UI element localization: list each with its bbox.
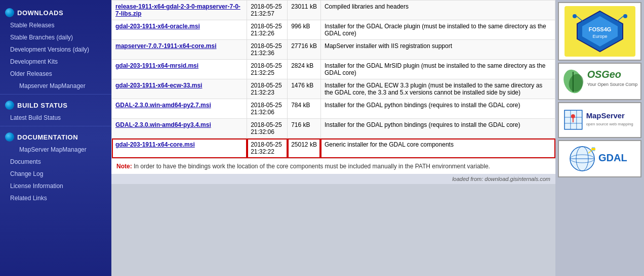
sidebar-item-related-links[interactable]: Related Links: [0, 192, 111, 204]
documents-link[interactable]: Documents: [10, 158, 41, 165]
sidebar: DOWNLOADS Stable Releases Stable Branche…: [0, 0, 111, 276]
mapmanager-globe-icon: [10, 82, 17, 89]
table-cell-size: 27716 kB: [288, 40, 321, 60]
filename-link[interactable]: gdal-203-1911-x64-oracle.msi: [115, 23, 200, 30]
table-cell-size: 2824 kB: [288, 60, 321, 79]
build-globe-icon: [5, 101, 14, 110]
sidebar-item-older-releases[interactable]: Older Releases: [0, 68, 111, 80]
license-link[interactable]: License Information: [10, 182, 63, 190]
table-body: release-1911-x64-gdal-2-3-0-mapserver-7-…: [112, 1, 555, 158]
svg-text:FOSS4G: FOSS4G: [588, 26, 611, 32]
table-cell-description: Installer for the GDAL python bindings (…: [320, 119, 555, 139]
sidebar-item-dev-kits[interactable]: Development Kits: [0, 56, 111, 68]
mapserver-logo-svg: MapServer open source web mapping: [562, 106, 637, 134]
table-cell-date: 2018-05-2521:32:22: [247, 139, 288, 158]
documentation-section-header: DOCUMENTATION: [0, 128, 111, 144]
content-wrapper: release-1911-x64-gdal-2-3-0-mapserver-7-…: [111, 0, 644, 276]
downloads-header-label: DOWNLOADS: [17, 9, 63, 17]
table-cell-filename: GDAL-2.3.0.win-amd64-py3.4.msi: [112, 119, 247, 139]
osgeo-logo-svg: OSGeo Your Open Source Compass: [562, 67, 637, 96]
mapserver-mapmanager-docs-link[interactable]: MapServer MapManager: [19, 146, 87, 153]
docs-header-label: DOCUMENTATION: [17, 133, 78, 141]
table-cell-size: 996 kB: [288, 20, 321, 40]
svg-text:open source web mapping: open source web mapping: [586, 122, 633, 126]
svg-text:OSGeo: OSGeo: [587, 69, 621, 80]
filename-link[interactable]: mapserver-7.0.7-1911-x64-core.msi: [115, 42, 216, 50]
table-cell-filename: GDAL-2.3.0.win-amd64-py2.7.msi: [112, 99, 247, 119]
table-cell-size: 784 kB: [288, 99, 321, 119]
table-cell-description: Installer for the GDAL python bindings (…: [320, 99, 555, 119]
table-cell-size: 23011 kB: [288, 1, 321, 20]
svg-point-19: [571, 114, 575, 118]
filename-link[interactable]: GDAL-2.3.0.win-amd64-py2.7.msi: [115, 102, 211, 109]
footer-text: loaded from: download.gisinternals.com: [111, 174, 555, 184]
sidebar-item-documents[interactable]: Documents: [0, 156, 111, 168]
stable-releases-link[interactable]: Stable Releases: [10, 22, 54, 29]
table-cell-size: 716 kB: [288, 119, 321, 139]
foss4g-logo-svg: FOSS4G Europe: [565, 6, 635, 57]
table-cell-date: 2018-05-2521:32:06: [247, 119, 288, 139]
table-cell-description: Installer for the GDAL ECW 3.3 plugin (m…: [320, 79, 555, 99]
filename-link[interactable]: gdal-203-1911-x64-mrsid.msi: [115, 62, 198, 69]
table-cell-date: 2018-05-2521:32:26: [247, 20, 288, 40]
changelog-link[interactable]: Change Log: [10, 170, 43, 177]
build-status-section-header: BUILD STATUS: [0, 97, 111, 112]
table-cell-filename: gdal-203-1911-x64-ecw-33.msi: [112, 79, 247, 99]
table-cell-description: Generic installer for the GDAL core comp…: [320, 139, 555, 158]
filename-link[interactable]: GDAL-2.3.0.win-amd64-py3.4.msi: [115, 121, 211, 128]
table-cell-size: 25012 kB: [288, 139, 321, 158]
svg-text:GDAL: GDAL: [598, 152, 627, 163]
table-area: release-1911-x64-gdal-2-3-0-mapserver-7-…: [111, 0, 555, 276]
sidebar-item-mapserver-mapmanager-docs[interactable]: MapServer MapManager: [0, 144, 111, 156]
downloads-table: release-1911-x64-gdal-2-3-0-mapserver-7-…: [111, 0, 555, 158]
stable-branches-link[interactable]: Stable Branches (daily): [10, 34, 73, 41]
filename-link[interactable]: release-1911-x64-gdal-2-3-0-mapserver-7-…: [115, 3, 240, 17]
table-cell-description: Installer for the GDAL Oracle plugin (mu…: [320, 20, 555, 40]
table-cell-description: MapServer installer with IIS registratio…: [320, 40, 555, 60]
sidebar-item-changelog[interactable]: Change Log: [0, 168, 111, 180]
table-cell-filename: release-1911-x64-gdal-2-3-0-mapserver-7-…: [112, 1, 247, 20]
svg-text:Europe: Europe: [592, 34, 607, 39]
svg-point-6: [623, 14, 627, 18]
sidebar-item-mapserver-mapmanager-downloads[interactable]: Mapserver MapManager: [0, 80, 111, 92]
svg-text:Your Open Source Compass: Your Open Source Compass: [587, 82, 637, 87]
note-area: Note: In order to have the bindings work…: [111, 158, 555, 174]
older-releases-link[interactable]: Older Releases: [10, 70, 52, 77]
docs-globe-icon: [5, 132, 14, 142]
table-cell-date: 2018-05-2521:32:06: [247, 99, 288, 119]
svg-rect-29: [592, 147, 595, 148]
table-cell-description: Installer for the GDAL MrSID plugin (mus…: [320, 60, 555, 79]
latest-build-link[interactable]: Latest Build Status: [10, 114, 61, 121]
table-cell-date: 2018-05-2521:32:57: [247, 1, 288, 20]
downloads-globe-icon: [5, 8, 14, 17]
svg-rect-30: [592, 150, 595, 151]
mapserver-logo-box: MapServer open source web mapping: [558, 102, 641, 138]
related-links-link[interactable]: Related Links: [10, 195, 47, 202]
sidebar-item-stable-branches[interactable]: Stable Branches (daily): [0, 31, 111, 43]
table-cell-date: 2018-05-2521:32:23: [247, 79, 288, 99]
sidebar-item-dev-versions[interactable]: Development Versions (daily): [0, 43, 111, 56]
table-cell-description: Compiled libraries and headers: [320, 1, 555, 20]
note-label: Note:: [116, 163, 132, 170]
svg-text:MapServer: MapServer: [586, 112, 625, 120]
sidebar-divider-1: [0, 94, 111, 95]
filename-link[interactable]: gdal-203-1911-x64-ecw-33.msi: [115, 82, 202, 89]
filename-link[interactable]: gdal-203-1911-x64-core.msi: [115, 141, 195, 148]
gdal-logo-box: GDAL: [558, 140, 641, 177]
table-cell-date: 2018-05-2521:32:25: [247, 60, 288, 79]
table-cell-filename: mapserver-7.0.7-1911-x64-core.msi: [112, 40, 247, 60]
table-cell-filename: gdal-203-1911-x64-core.msi: [112, 139, 247, 158]
mapserver-mapmanager-downloads-link[interactable]: Mapserver MapManager: [19, 82, 86, 89]
dev-kits-link[interactable]: Development Kits: [10, 58, 58, 65]
main-content: release-1911-x64-gdal-2-3-0-mapserver-7-…: [111, 0, 644, 276]
table-cell-filename: gdal-203-1911-x64-oracle.msi: [112, 20, 247, 40]
sidebar-divider-2: [0, 126, 111, 126]
table-container: release-1911-x64-gdal-2-3-0-mapserver-7-…: [111, 0, 555, 158]
sidebar-item-license[interactable]: License Information: [0, 180, 111, 192]
table-cell-filename: gdal-203-1911-x64-mrsid.msi: [112, 60, 247, 79]
svg-point-5: [573, 14, 577, 18]
red-arrow-icon: ▼: [177, 157, 189, 159]
sidebar-item-latest-build[interactable]: Latest Build Status: [0, 112, 111, 124]
dev-versions-link[interactable]: Development Versions (daily): [10, 46, 89, 53]
sidebar-item-stable-releases[interactable]: Stable Releases: [0, 19, 111, 31]
